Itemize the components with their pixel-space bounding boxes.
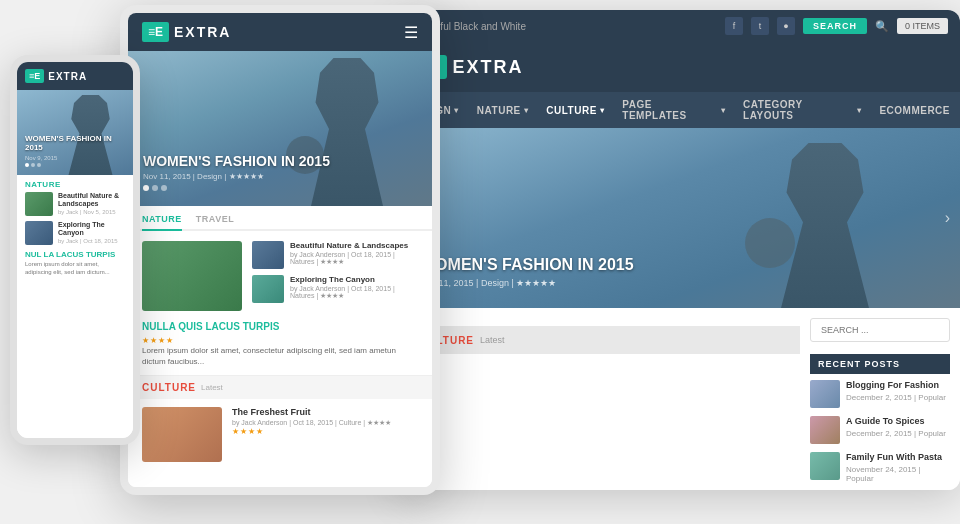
desktop-site-name: Beautiful Black and White <box>412 21 717 32</box>
post-info-1: Blogging For Fashion December 2, 2015 | … <box>846 380 946 402</box>
tablet-featured-image <box>142 241 242 311</box>
desktop-main: CULTURE Latest <box>410 318 800 490</box>
tablet-hero-meta: Nov 11, 2015 | Design | ★★★★★ <box>143 172 417 181</box>
tab-travel[interactable]: TRAVEL <box>196 214 234 231</box>
tablet-lorem-section: NULLA QUIS LACUS TURPIS ★★★★ Lorem ipsum… <box>128 321 432 375</box>
tab-nature[interactable]: NATURE <box>142 214 182 231</box>
tablet-culture-label: CULTURE <box>142 382 196 393</box>
search-button[interactable]: SEARCH <box>803 18 867 34</box>
mobile-hero-caption: WOMEN'S FASHION IN 2015 Nov 9, 2015 <box>25 134 125 167</box>
tablet-articles: Beautiful Nature & Landscapes by Jack An… <box>128 231 432 321</box>
mobile-logo-icon: ≡E <box>25 69 44 83</box>
hamburger-menu-icon[interactable]: ☰ <box>404 23 418 42</box>
culture-article-title: The Freshest Fruit <box>232 407 391 417</box>
tablet-logo-text: EXTRA <box>174 24 231 40</box>
cart-button[interactable]: 0 ITEMS <box>897 18 948 34</box>
mobile-lorem: NUL LA LACUS TURPIS Lorem ipsum dolor si… <box>17 245 133 282</box>
mobile-section-label: NATURE <box>17 175 133 192</box>
lorem-text: Lorem ipsum dolor sit amet, consectetur … <box>142 345 418 367</box>
desktop-hero: WOMEN'S FASHION IN 2015 Nov 11, 2015 | D… <box>400 128 960 308</box>
recent-posts-title: RECENT POSTS <box>810 354 950 374</box>
mobile-hero: WOMEN'S FASHION IN 2015 Nov 9, 2015 <box>17 90 133 175</box>
tablet-culture-bar: CULTURE Latest <box>128 375 432 399</box>
tablet-hero-dots <box>143 185 417 191</box>
culture-sub: Latest <box>480 335 505 345</box>
post-thumb-2 <box>810 416 840 444</box>
desktop-screen: Beautiful Black and White f t ● SEARCH 🔍… <box>400 10 960 490</box>
chevron-down-icon: ▾ <box>454 106 459 115</box>
tablet-hero-title: WOMEN'S FASHION IN 2015 <box>143 153 417 169</box>
culture-article-meta: by Jack Anderson | Oct 18, 2015 | Cultur… <box>232 419 391 427</box>
mobile-lorem-text: Lorem ipsum dolor sit amet, adipiscing e… <box>25 261 125 277</box>
article-text-2: Exploring The Canyon by Jack Anderson | … <box>290 275 418 300</box>
m-dot-2 <box>31 163 35 167</box>
scene: Beautiful Black and White f t ● SEARCH 🔍… <box>0 0 960 524</box>
hero-next-arrow[interactable]: › <box>945 209 950 227</box>
mobile-article-text-1: Beautiful Nature & Landscapes by Jack | … <box>58 192 125 216</box>
m-dot-3 <box>37 163 41 167</box>
chevron-down-icon: ▾ <box>857 106 862 115</box>
post-info-3: Family Fun With Pasta November 24, 2015 … <box>846 452 950 483</box>
tablet-screen: ≡E EXTRA ☰ WOMEN'S FASHION IN 2015 Nov 1… <box>128 13 432 487</box>
tablet-hero: WOMEN'S FASHION IN 2015 Nov 11, 2015 | D… <box>128 51 432 206</box>
mobile-thumb-2 <box>25 221 53 245</box>
tablet-mockup: ≡E EXTRA ☰ WOMEN'S FASHION IN 2015 Nov 1… <box>120 5 440 495</box>
dot-3 <box>161 185 167 191</box>
nav-item-page-templates[interactable]: PAGE TEMPLATES ▾ <box>622 99 725 121</box>
desktop-sidebar: RECENT POSTS Blogging For Fashion Decemb… <box>810 318 950 490</box>
mobile-header: ≡E EXTRA <box>17 62 133 90</box>
post-info-2: A Guide To Spices December 2, 2015 | Pop… <box>846 416 946 438</box>
chevron-down-icon: ▾ <box>721 106 726 115</box>
desktop-hero-caption: WOMEN'S FASHION IN 2015 Nov 11, 2015 | D… <box>420 256 634 288</box>
dot-2 <box>152 185 158 191</box>
tablet-culture-sub: Latest <box>201 383 223 392</box>
recent-post-3: Family Fun With Pasta November 24, 2015 … <box>810 452 950 483</box>
tablet-article-2: Exploring The Canyon by Jack Anderson | … <box>252 275 418 303</box>
tablet-tabs: NATURE TRAVEL <box>128 206 432 231</box>
dot-1 <box>143 185 149 191</box>
desktop-culture-bar: CULTURE Latest <box>410 326 800 354</box>
post-thumb-1 <box>810 380 840 408</box>
instagram-icon[interactable]: ● <box>777 17 795 35</box>
mobile-hero-dots <box>25 163 125 167</box>
mobile-logo-text: EXTRA <box>48 71 87 82</box>
tablet-article-1: Beautiful Nature & Landscapes by Jack An… <box>252 241 418 269</box>
tablet-culture-article: The Freshest Fruit by Jack Anderson | Oc… <box>128 399 432 470</box>
sidebar-search-input[interactable] <box>810 318 950 342</box>
article-thumb-1 <box>252 241 284 269</box>
post-title-2: A Guide To Spices <box>846 416 946 427</box>
lorem-stars: ★★★★ <box>142 336 418 345</box>
tablet-header: ≡E EXTRA ☰ <box>128 13 432 51</box>
post-title-1: Blogging For Fashion <box>846 380 946 391</box>
tablet-logo-icon: ≡E <box>142 22 169 42</box>
article-text-1: Beautiful Nature & Landscapes by Jack An… <box>290 241 418 266</box>
desktop-hero-title: WOMEN'S FASHION IN 2015 <box>420 256 634 274</box>
post-thumb-3 <box>810 452 840 480</box>
twitter-icon[interactable]: t <box>751 17 769 35</box>
recent-post-2: A Guide To Spices December 2, 2015 | Pop… <box>810 416 950 444</box>
desktop-logo-bar: ≡E EXTRA <box>400 42 960 92</box>
post-title-3: Family Fun With Pasta <box>846 452 950 463</box>
mobile-article-1: Beautiful Nature & Landscapes by Jack | … <box>25 192 125 216</box>
tablet-hero-caption: WOMEN'S FASHION IN 2015 Nov 11, 2015 | D… <box>143 153 417 191</box>
chevron-down-icon: ▾ <box>524 106 529 115</box>
post-date-1: December 2, 2015 | Popular <box>846 393 946 402</box>
nav-item-ecommerce[interactable]: ECOMMERCE <box>879 105 950 116</box>
logo-text: EXTRA <box>453 57 524 78</box>
nav-item-nature[interactable]: NATURE ▾ <box>477 105 528 116</box>
mobile-hero-title: WOMEN'S FASHION IN 2015 <box>25 134 125 153</box>
tablet-logo: ≡E EXTRA <box>142 22 231 42</box>
recent-post-1: Blogging For Fashion December 2, 2015 | … <box>810 380 950 408</box>
post-date-2: December 2, 2015 | Popular <box>846 429 946 438</box>
lorem-title: NULLA QUIS LACUS TURPIS <box>142 321 418 332</box>
desktop-hero-meta: Nov 11, 2015 | Design | ★★★★★ <box>420 278 634 288</box>
tablet-side-articles: Beautiful Nature & Landscapes by Jack An… <box>252 241 418 311</box>
mobile-mockup: ≡E EXTRA WOMEN'S FASHION IN 2015 Nov 9, … <box>10 55 140 445</box>
article-thumb-2 <box>252 275 284 303</box>
nav-item-culture[interactable]: CULTURE ▾ <box>546 105 604 116</box>
mobile-screen: ≡E EXTRA WOMEN'S FASHION IN 2015 Nov 9, … <box>17 62 133 438</box>
post-date-3: November 24, 2015 | Popular <box>846 465 950 483</box>
nav-item-category[interactable]: CATEGORY LAYOUTS ▾ <box>743 99 861 121</box>
facebook-icon[interactable]: f <box>725 17 743 35</box>
mobile-articles: Beautiful Nature & Landscapes by Jack | … <box>17 192 133 245</box>
